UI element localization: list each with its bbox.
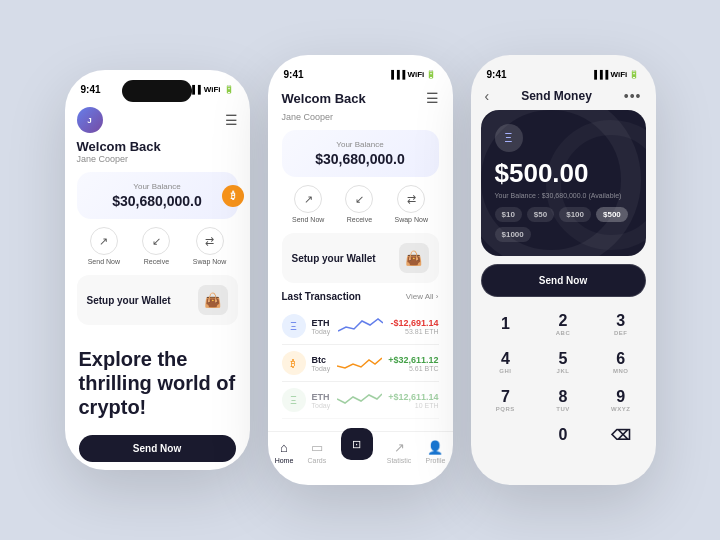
nav-home-label: Home [275,457,294,464]
phone-2: 9:41 ▐▐▐ WiFi 🔋 Welcom Back ☰ Jane Coope… [268,55,453,485]
chip-50[interactable]: $50 [527,207,554,222]
notch [122,80,192,102]
welcome-text-2: Welcom Back [282,91,366,106]
tx-eth: Ξ ETH Today -$12,691.14 53.81 ETH [282,308,439,345]
key-2[interactable]: 2 ABC [534,305,592,343]
avatar: J [77,107,103,133]
tx-eth2-name: ETH [312,392,331,402]
key-8[interactable]: 8 TUV [534,381,592,419]
receive-action[interactable]: ↙ Receive [142,227,170,265]
tx-eth2-sub: 10 ETH [388,402,438,409]
tx-eth-amount-group: -$12,691.14 53.81 ETH [390,318,438,335]
balance-card-1: Your Balance $30,680,000.0 ₿ [77,172,238,219]
promo-title: Explore the thrilling world of crypto! [79,347,236,419]
send-now-btn-1[interactable]: Send Now [79,435,236,462]
more-button[interactable]: ••• [624,88,642,104]
balance-amount-1: $30,680,000.0 [87,193,228,209]
time-2: 9:41 [284,69,304,80]
btc-chart [337,352,382,374]
chip-1000[interactable]: $1000 [495,227,531,242]
eth-chart [338,315,383,337]
setup-wallet-text-2: Setup your Wallet [292,252,376,265]
key-9[interactable]: 9 WXYZ [592,381,650,419]
tx-eth-left: Ξ ETH Today [282,314,331,338]
swap-label-1: Swap Now [193,258,226,265]
tx-btc-left: ₿ Btc Today [282,351,331,375]
cards-icon: ▭ [311,440,323,455]
balance-amount-2: $30,680,000.0 [292,151,429,167]
receive-label-2: Receive [347,216,372,223]
phone-1: 9:41 ▐▐▐ WiFi 🔋 J ☰ Welcom Back Jane Coo… [65,70,250,470]
amount-chips: $10 $50 $100 $500 $1000 [495,207,632,242]
nav-cards-label: Cards [308,457,327,464]
scan-button[interactable]: ⊡ [341,428,373,460]
nav-profile[interactable]: 👤 Profile [426,440,446,464]
phone-2-content: Welcom Back ☰ Jane Cooper Your Balance $… [268,84,453,425]
chip-500[interactable]: $500 [596,207,628,222]
nav-home[interactable]: ⌂ Home [275,440,294,464]
send-label-2: Send Now [292,216,324,223]
send-action[interactable]: ↗ Send Now [88,227,120,265]
statistic-icon: ↗ [394,440,405,455]
swap-action[interactable]: ⇄ Swap Now [193,227,226,265]
key-6[interactable]: 6 MNO [592,343,650,381]
swap-icon: ⇄ [196,227,224,255]
nav-cards[interactable]: ▭ Cards [308,440,327,464]
swap-action-2[interactable]: ⇄ Swap Now [394,185,427,223]
last-tx-header: Last Transaction View All › [282,291,439,302]
status-bar-3: 9:41 ▐▐▐ WiFi 🔋 [471,55,656,84]
swap-label-2: Swap Now [394,216,427,223]
nav-statistic-label: Statistic [387,457,412,464]
menu-icon[interactable]: ☰ [225,112,238,128]
menu-icon-2[interactable]: ☰ [426,90,439,106]
setup-wallet-card-2[interactable]: Setup your Wallet 👜 [282,233,439,283]
tx-eth2-amount-group: +$12,611.14 10 ETH [388,392,438,409]
time-1: 9:41 [81,84,101,95]
receive-action-2[interactable]: ↙ Receive [345,185,373,223]
bottom-nav: ⌂ Home ▭ Cards ⊡ ↗ Statistic 👤 Profile [268,431,453,468]
send-action-2[interactable]: ↗ Send Now [292,185,324,223]
tx-eth-sub: 53.81 ETH [390,328,438,335]
setup-wallet-text-1: Setup your Wallet [87,294,171,307]
balance-label-2: Your Balance [292,140,429,149]
user-name-2: Jane Cooper [282,112,439,122]
status-icons-2: ▐▐▐ WiFi 🔋 [388,70,436,79]
scan-icon: ⊡ [352,438,361,451]
tx-eth2-amount: +$12,611.14 [388,392,438,402]
key-4[interactable]: 4 GHI [477,343,535,381]
action-buttons-2: ↗ Send Now ↙ Receive ⇄ Swap Now [282,185,439,223]
key-5[interactable]: 5 JKL [534,343,592,381]
key-3[interactable]: 3 DEF [592,305,650,343]
nav-statistic[interactable]: ↗ Statistic [387,440,412,464]
chip-10[interactable]: $10 [495,207,522,222]
nav-scan[interactable]: ⊡ [341,440,373,464]
last-tx-title: Last Transaction [282,291,361,302]
key-7[interactable]: 7 PQRS [477,381,535,419]
tx-eth-date: Today [312,328,331,335]
send-label-1: Send Now [88,258,120,265]
send-money-title: Send Money [521,89,592,103]
eth-badge-dark: Ξ [495,124,523,152]
view-all-btn[interactable]: View All › [406,292,439,301]
key-empty [477,419,535,451]
chip-100[interactable]: $100 [559,207,591,222]
profile-icon: 👤 [427,440,443,455]
receive-icon: ↙ [142,227,170,255]
phone-2-header: Welcom Back ☰ [282,90,439,106]
dark-card: Ξ $500.00 Your Balance : $30,680,000.0 (… [481,110,646,256]
send-now-dark-btn[interactable]: Send Now [481,264,646,297]
key-1[interactable]: 1 [477,305,535,343]
setup-wallet-card-1[interactable]: Setup your Wallet 👜 [77,275,238,325]
numpad: 1 2 ABC 3 DEF 4 GHI 5 JKL [477,305,650,451]
tx-btc-amount-group: +$32,611.12 5.61 BTC [388,355,438,372]
phone-1-content: J ☰ Welcom Back Jane Cooper Your Balance… [65,99,250,333]
action-buttons-1: ↗ Send Now ↙ Receive ⇄ Swap Now [77,227,238,265]
key-backspace[interactable]: ⌫ [592,419,650,451]
back-button[interactable]: ‹ [485,88,490,104]
balance-label-1: Your Balance [87,182,228,191]
balance-card-2: Your Balance $30,680,000.0 [282,130,439,177]
status-bar-2: 9:41 ▐▐▐ WiFi 🔋 [268,55,453,84]
send-available: Your Balance : $30,680,000.0 (Available) [495,192,632,199]
key-0[interactable]: 0 [534,419,592,451]
time-3: 9:41 [487,69,507,80]
